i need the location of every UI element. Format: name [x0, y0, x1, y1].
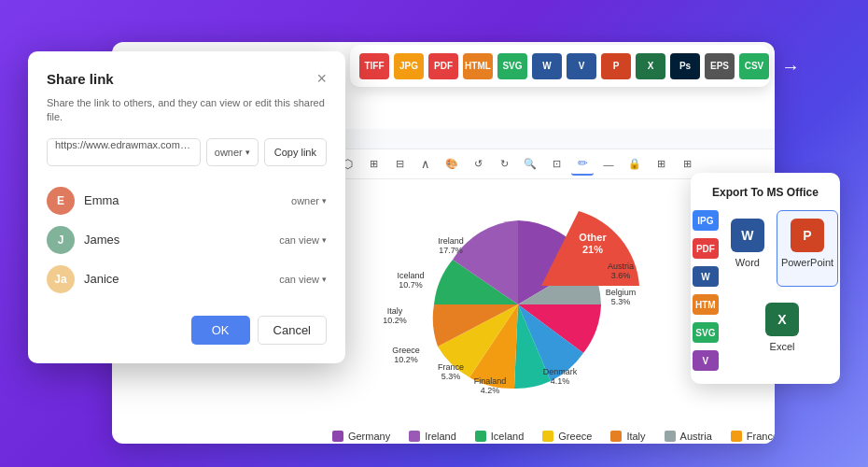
rect-tool[interactable]: ⊞	[362, 153, 385, 176]
user-row-janice: Ja Janice can view ▾	[47, 260, 327, 299]
permission-emma[interactable]: owner ▾	[291, 195, 327, 206]
export-mini-word-sm[interactable]: W	[693, 266, 719, 287]
chart-legend: Germany Ireland Iceland Greece Italy Aus…	[313, 431, 775, 445]
export-word-icon: W	[731, 219, 764, 252]
table-tool[interactable]: ⊟	[388, 153, 411, 176]
export-side-icons-left: IPG PDF W HTM SVG V W Word P PowerPoint …	[702, 210, 829, 371]
label-france-val: 5.3%	[441, 372, 461, 381]
label-greece-val: 10.2%	[394, 355, 418, 364]
rotate-tool[interactable]: ↺	[467, 153, 489, 176]
modal-description: Share the link to others, and they can v…	[47, 96, 327, 125]
export-word-item[interactable]: W Word	[726, 210, 769, 287]
copy-link-button[interactable]: Copy link	[264, 138, 327, 166]
label-other: Other	[579, 232, 607, 243]
toolbar-word[interactable]: W	[532, 53, 562, 79]
label-denmark-val: 4.1%	[551, 376, 570, 386]
link-input[interactable]: https://www.edrawmax.com/online/fil	[47, 138, 201, 166]
export-mini-pdf[interactable]: PDF	[693, 238, 719, 259]
pen-tool[interactable]: ✏	[571, 153, 594, 176]
label-finaland-val: 4.2%	[481, 386, 500, 395]
export-mini-ipg[interactable]: IPG	[693, 210, 719, 231]
share-link-modal: Share link × Share the link to others, a…	[28, 51, 345, 363]
rotate2-tool[interactable]: ↻	[493, 153, 515, 176]
zoom-tool[interactable]: 🔍	[519, 153, 541, 176]
avatar-emma: E	[47, 187, 75, 215]
legend-iceland: Iceland	[475, 431, 524, 442]
toolbar-tiff[interactable]: TIFF	[359, 53, 389, 79]
owner-dropdown[interactable]: owner ▾	[206, 138, 259, 166]
label-iceland: Iceland	[397, 271, 424, 280]
legend-label-italy: Italy	[626, 431, 645, 442]
export-ppt-label: PowerPoint	[781, 257, 833, 268]
toolbar-excel[interactable]: X	[636, 53, 665, 79]
legend-label-austria: Austria	[680, 431, 712, 442]
avatar-janice: Ja	[47, 265, 75, 293]
modal-title: Share link	[47, 71, 114, 87]
export-title: Export To MS Office	[702, 186, 829, 199]
chevron-janice: ▾	[322, 275, 327, 284]
fill-tool[interactable]: 🎨	[441, 153, 463, 176]
export-mini-svg[interactable]: SVG	[693, 322, 719, 343]
legend-label-france: France	[747, 431, 775, 442]
close-icon[interactable]: ×	[316, 70, 327, 87]
export-ppt-item[interactable]: P PowerPoint	[777, 210, 838, 287]
file-toolbar: TIFF JPG PDF HTML SVG W V P X Ps EPS CSV…	[350, 45, 770, 87]
toolbar-jpg[interactable]: JPG	[394, 53, 424, 79]
legend-dot-iceland	[475, 431, 486, 442]
dropdown-chevron: ▾	[245, 148, 250, 157]
permission-janice[interactable]: can view ▾	[279, 274, 327, 285]
export-excel-label: Excel	[770, 341, 795, 352]
arrow-icon: →	[781, 55, 800, 77]
legend-dot-germany	[332, 431, 343, 442]
label-belgium-val: 5.3%	[611, 297, 631, 306]
cancel-button[interactable]: Cancel	[258, 316, 327, 345]
toolbar-pdf[interactable]: PDF	[428, 53, 458, 79]
export-excel-icon: X	[765, 303, 799, 336]
export-icon-sm[interactable]: ⊞	[650, 153, 672, 176]
ok-button[interactable]: OK	[191, 316, 250, 345]
toolbar-html[interactable]: HTML	[463, 53, 493, 79]
lock-tool[interactable]: 🔒	[623, 153, 646, 176]
legend-label-iceland: Iceland	[491, 431, 524, 442]
label-ireland: Ireland	[438, 236, 464, 246]
label-belgium: Belgium	[606, 288, 637, 297]
label-austria: Austria	[608, 262, 634, 271]
legend-dot-france	[731, 431, 742, 442]
label-iceland-val: 10.7%	[399, 280, 423, 290]
user-row-emma: E Emma owner ▾	[47, 181, 327, 220]
toolbar-ppt[interactable]: P	[601, 53, 631, 79]
toolbar-svg[interactable]: SVG	[497, 53, 527, 79]
legend-dot-italy	[610, 431, 622, 442]
toolbar-csv[interactable]: CSV	[739, 53, 769, 79]
link-row: https://www.edrawmax.com/online/fil owne…	[47, 138, 327, 166]
export-panel: Export To MS Office IPG PDF W HTM SVG V …	[691, 173, 840, 384]
label-finaland: Finaland	[474, 376, 507, 386]
chart-tool[interactable]: ∧	[414, 153, 437, 176]
grid-tool[interactable]: ⊞	[676, 153, 698, 176]
toolbar-eps[interactable]: EPS	[705, 53, 735, 79]
username-emma: Emma	[84, 193, 291, 207]
legend-label-greece: Greece	[558, 431, 592, 442]
label-france: France	[438, 362, 464, 372]
legend-ireland: Ireland	[409, 431, 456, 442]
owner-label: owner	[215, 147, 243, 158]
legend-austria: Austria	[665, 431, 712, 442]
label-austria-val: 3.6%	[611, 271, 631, 280]
export-mini-v[interactable]: V	[693, 350, 719, 371]
legend-dot-austria	[665, 431, 676, 442]
legend-germany: Germany	[332, 431, 390, 442]
zoom2-tool[interactable]: ⊡	[545, 153, 567, 176]
permission-label-james: can view	[279, 234, 319, 246]
legend-dot-ireland	[409, 431, 420, 442]
permission-james[interactable]: can view ▾	[279, 234, 327, 246]
label-greece: Greece	[392, 346, 420, 355]
export-mini-html[interactable]: HTM	[693, 294, 719, 315]
toolbar-ps[interactable]: Ps	[670, 53, 700, 79]
label-ireland-val: 17.7%	[439, 246, 463, 255]
line-tool[interactable]: —	[597, 153, 620, 176]
toolbar-visio[interactable]: V	[567, 53, 596, 79]
export-excel-item[interactable]: X Excel	[726, 294, 838, 371]
username-james: James	[84, 233, 279, 247]
export-word-label: Word	[735, 257, 760, 268]
label-italy-val: 10.2%	[383, 316, 407, 325]
